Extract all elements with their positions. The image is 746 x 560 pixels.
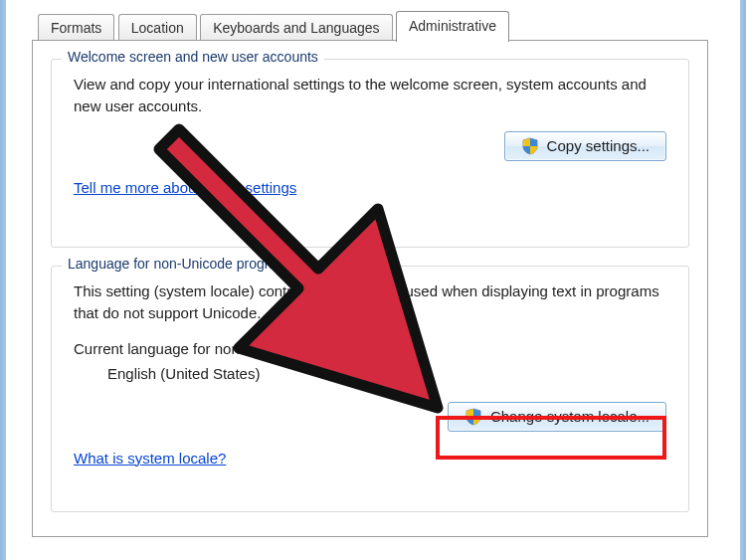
tab-administrative[interactable]: Administrative bbox=[396, 11, 509, 42]
window-edge-left bbox=[0, 0, 6, 560]
group-welcome-screen: Welcome screen and new user accounts Vie… bbox=[51, 59, 689, 248]
uac-shield-icon bbox=[465, 408, 482, 426]
change-system-locale-button[interactable]: Change system locale... bbox=[448, 402, 666, 432]
change-system-locale-label: Change system locale... bbox=[490, 408, 650, 425]
copy-settings-button[interactable]: Copy settings... bbox=[504, 131, 666, 161]
uac-shield-icon bbox=[521, 137, 539, 155]
welcome-description: View and copy your international setting… bbox=[74, 74, 666, 117]
what-is-system-locale-link[interactable]: What is system locale? bbox=[74, 450, 226, 467]
group-title-welcome: Welcome screen and new user accounts bbox=[62, 49, 324, 65]
tab-keyboards-languages[interactable]: Keyboards and Languages bbox=[200, 14, 392, 42]
tab-location[interactable]: Location bbox=[118, 14, 197, 42]
copy-settings-label: Copy settings... bbox=[547, 137, 650, 154]
tab-body-administrative: Welcome screen and new user accounts Vie… bbox=[32, 40, 708, 537]
region-language-dialog: Formats Location Keyboards and Languages… bbox=[32, 10, 708, 547]
current-language-value: English (United States) bbox=[107, 365, 666, 382]
current-language-label: Current language for non-Unicode program… bbox=[74, 340, 666, 357]
non-unicode-description: This setting (system locale) controls th… bbox=[74, 280, 666, 324]
tab-formats[interactable]: Formats bbox=[38, 14, 114, 42]
tab-strip: Formats Location Keyboards and Languages… bbox=[38, 10, 708, 40]
tell-me-more-link[interactable]: Tell me more about these settings bbox=[74, 179, 296, 196]
group-non-unicode: Language for non-Unicode programs This s… bbox=[51, 266, 689, 512]
window-edge-right bbox=[740, 0, 746, 560]
group-title-non-unicode: Language for non-Unicode programs bbox=[62, 256, 301, 272]
